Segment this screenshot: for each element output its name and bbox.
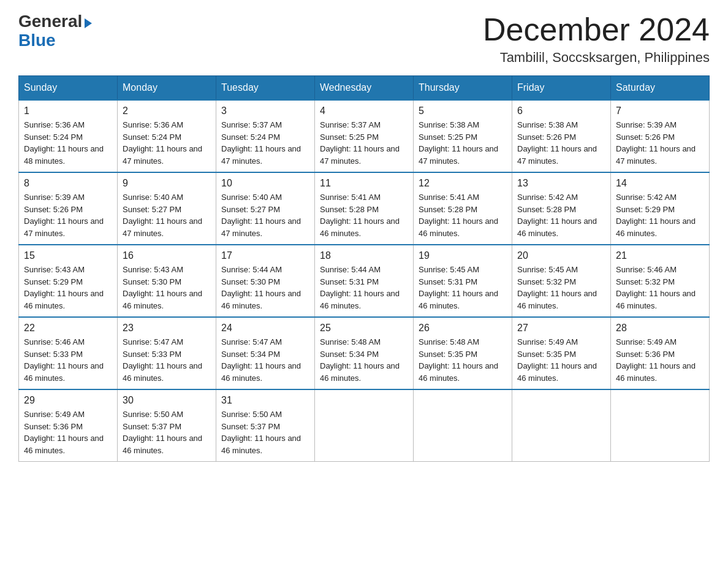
table-row: [315, 389, 414, 462]
day-number: 11: [320, 178, 408, 189]
sunrise-label: Sunrise: 5:48 AM: [419, 337, 479, 347]
sunset-label: Sunset: 5:25 PM: [320, 132, 379, 142]
sunrise-label: Sunrise: 5:49 AM: [616, 337, 677, 347]
table-row: 23 Sunrise: 5:47 AM Sunset: 5:33 PM Dayl…: [118, 317, 216, 389]
table-row: 31 Sunrise: 5:50 AM Sunset: 5:37 PM Dayl…: [216, 389, 315, 462]
day-number: 1: [24, 105, 112, 117]
sunrise-label: Sunrise: 5:44 AM: [320, 265, 381, 274]
day-number: 8: [24, 178, 112, 189]
header-tuesday: Tuesday: [216, 76, 315, 101]
sunrise-label: Sunrise: 5:49 AM: [517, 337, 578, 347]
table-row: 29 Sunrise: 5:49 AM Sunset: 5:36 PM Dayl…: [19, 389, 118, 462]
day-number: 15: [24, 250, 112, 261]
header-friday: Friday: [512, 76, 611, 101]
sunset-label: Sunset: 5:30 PM: [123, 277, 181, 286]
day-info: Sunrise: 5:36 AM Sunset: 5:24 PM Dayligh…: [24, 119, 112, 167]
sunset-label: Sunset: 5:28 PM: [517, 205, 576, 214]
sunset-label: Sunset: 5:34 PM: [320, 350, 379, 359]
sunrise-label: Sunrise: 5:50 AM: [221, 410, 282, 419]
table-row: 13 Sunrise: 5:42 AM Sunset: 5:28 PM Dayl…: [512, 172, 611, 245]
sunset-label: Sunset: 5:29 PM: [616, 205, 675, 214]
table-row: 18 Sunrise: 5:44 AM Sunset: 5:31 PM Dayl…: [315, 245, 414, 317]
day-number: 9: [123, 178, 211, 189]
daylight-label: Daylight: 11 hours and 46 minutes.: [517, 289, 597, 310]
sunrise-label: Sunrise: 5:38 AM: [419, 120, 479, 129]
daylight-label: Daylight: 11 hours and 46 minutes.: [221, 434, 301, 455]
day-info: Sunrise: 5:49 AM Sunset: 5:36 PM Dayligh…: [24, 408, 112, 456]
sunset-label: Sunset: 5:30 PM: [221, 277, 280, 286]
daylight-label: Daylight: 11 hours and 46 minutes.: [24, 361, 104, 383]
table-row: 24 Sunrise: 5:47 AM Sunset: 5:34 PM Dayl…: [216, 317, 315, 389]
table-row: 5 Sunrise: 5:38 AM Sunset: 5:25 PM Dayli…: [414, 100, 512, 172]
daylight-label: Daylight: 11 hours and 46 minutes.: [123, 434, 202, 455]
sunrise-label: Sunrise: 5:39 AM: [24, 193, 85, 202]
day-number: 16: [123, 250, 211, 261]
calendar-week-row: 15 Sunrise: 5:43 AM Sunset: 5:29 PM Dayl…: [19, 245, 710, 317]
day-info: Sunrise: 5:50 AM Sunset: 5:37 PM Dayligh…: [221, 408, 309, 456]
day-info: Sunrise: 5:45 AM Sunset: 5:31 PM Dayligh…: [419, 264, 507, 312]
logo-blue-text: Blue: [18, 31, 56, 50]
table-row: 8 Sunrise: 5:39 AM Sunset: 5:26 PM Dayli…: [19, 172, 118, 245]
calendar-week-row: 22 Sunrise: 5:46 AM Sunset: 5:33 PM Dayl…: [19, 317, 710, 389]
sunrise-label: Sunrise: 5:45 AM: [517, 265, 578, 274]
daylight-label: Daylight: 11 hours and 46 minutes.: [616, 216, 696, 238]
daylight-label: Daylight: 11 hours and 46 minutes.: [616, 361, 696, 383]
sunrise-label: Sunrise: 5:37 AM: [320, 120, 381, 129]
sunset-label: Sunset: 5:28 PM: [419, 205, 477, 214]
day-number: 27: [517, 323, 605, 334]
daylight-label: Daylight: 11 hours and 46 minutes.: [616, 289, 696, 310]
daylight-label: Daylight: 11 hours and 46 minutes.: [24, 289, 104, 310]
sunset-label: Sunset: 5:32 PM: [616, 277, 675, 286]
day-info: Sunrise: 5:42 AM Sunset: 5:29 PM Dayligh…: [616, 191, 704, 239]
calendar-week-row: 1 Sunrise: 5:36 AM Sunset: 5:24 PM Dayli…: [19, 100, 710, 172]
sunset-label: Sunset: 5:24 PM: [123, 132, 181, 142]
daylight-label: Daylight: 11 hours and 46 minutes.: [221, 361, 301, 383]
sunset-label: Sunset: 5:35 PM: [419, 350, 477, 359]
sunset-label: Sunset: 5:33 PM: [123, 350, 181, 359]
day-number: 2: [123, 105, 211, 117]
day-info: Sunrise: 5:38 AM Sunset: 5:25 PM Dayligh…: [419, 119, 507, 167]
table-row: 4 Sunrise: 5:37 AM Sunset: 5:25 PM Dayli…: [315, 100, 414, 172]
table-row: [414, 389, 512, 462]
sunrise-label: Sunrise: 5:38 AM: [517, 120, 578, 129]
day-info: Sunrise: 5:48 AM Sunset: 5:35 PM Dayligh…: [419, 336, 507, 384]
sunset-label: Sunset: 5:24 PM: [24, 132, 83, 142]
sunrise-label: Sunrise: 5:50 AM: [123, 410, 183, 419]
daylight-label: Daylight: 11 hours and 46 minutes.: [517, 216, 597, 238]
page-header: General Blue December 2024 Tambilil, Soc…: [18, 12, 710, 66]
logo-general-text: General: [18, 12, 82, 31]
sunset-label: Sunset: 5:25 PM: [419, 132, 477, 142]
table-row: 3 Sunrise: 5:37 AM Sunset: 5:24 PM Dayli…: [216, 100, 315, 172]
daylight-label: Daylight: 11 hours and 46 minutes.: [517, 361, 597, 383]
day-number: 5: [419, 105, 507, 117]
table-row: 6 Sunrise: 5:38 AM Sunset: 5:26 PM Dayli…: [512, 100, 611, 172]
daylight-label: Daylight: 11 hours and 47 minutes.: [320, 144, 400, 166]
sunset-label: Sunset: 5:31 PM: [419, 277, 477, 286]
day-number: 14: [616, 178, 704, 189]
location-title: Tambilil, Soccsksargen, Philippines: [483, 50, 710, 66]
sunrise-label: Sunrise: 5:43 AM: [123, 265, 183, 274]
day-number: 28: [616, 323, 704, 334]
day-info: Sunrise: 5:48 AM Sunset: 5:34 PM Dayligh…: [320, 336, 408, 384]
daylight-label: Daylight: 11 hours and 47 minutes.: [123, 216, 202, 238]
header-thursday: Thursday: [414, 76, 512, 101]
header-saturday: Saturday: [611, 76, 710, 101]
sunrise-label: Sunrise: 5:39 AM: [616, 120, 677, 129]
day-number: 18: [320, 250, 408, 261]
calendar-header-row: Sunday Monday Tuesday Wednesday Thursday…: [19, 76, 710, 101]
sunset-label: Sunset: 5:24 PM: [221, 132, 280, 142]
sunrise-label: Sunrise: 5:42 AM: [517, 193, 578, 202]
sunset-label: Sunset: 5:27 PM: [123, 205, 181, 214]
day-number: 3: [221, 105, 309, 117]
table-row: 28 Sunrise: 5:49 AM Sunset: 5:36 PM Dayl…: [611, 317, 710, 389]
day-info: Sunrise: 5:43 AM Sunset: 5:30 PM Dayligh…: [123, 264, 211, 312]
table-row: [512, 389, 611, 462]
sunset-label: Sunset: 5:27 PM: [221, 205, 280, 214]
daylight-label: Daylight: 11 hours and 47 minutes.: [616, 144, 696, 166]
day-number: 22: [24, 323, 112, 334]
day-info: Sunrise: 5:41 AM Sunset: 5:28 PM Dayligh…: [320, 191, 408, 239]
sunset-label: Sunset: 5:36 PM: [24, 422, 83, 431]
day-number: 10: [221, 178, 309, 189]
calendar-table: Sunday Monday Tuesday Wednesday Thursday…: [18, 75, 710, 462]
daylight-label: Daylight: 11 hours and 47 minutes.: [24, 216, 104, 238]
